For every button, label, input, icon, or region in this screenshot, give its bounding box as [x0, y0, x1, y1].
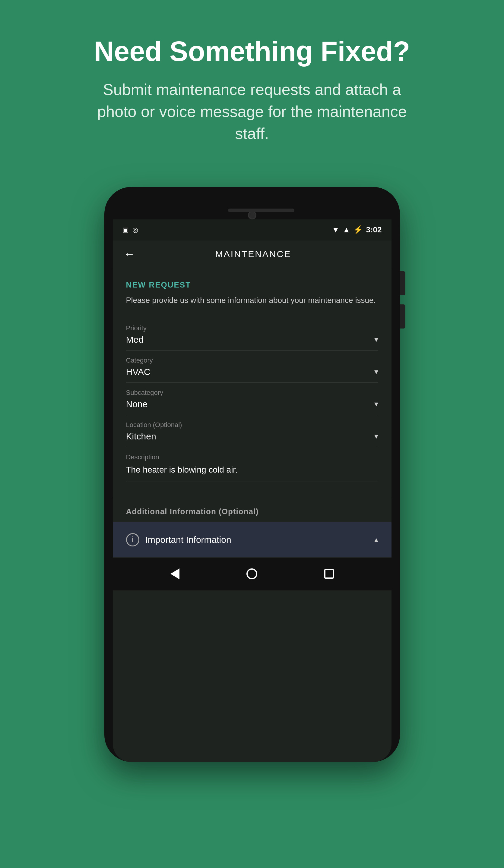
important-information-section[interactable]: i Important Information ▴ — [113, 522, 392, 557]
hero-title: Need Something Fixed? — [94, 36, 410, 66]
subcategory-chevron-icon: ▾ — [374, 399, 378, 409]
hero-subtitle: Submit maintenance requests and attach a… — [86, 79, 418, 144]
status-bar: ▣ ◎ ▼ ▲ ⚡ 3:02 — [113, 219, 392, 240]
important-chevron-icon: ▴ — [374, 535, 378, 544]
priority-value: Med — [126, 334, 143, 345]
additional-section: Additional Information (Optional) — [113, 497, 392, 516]
signal-icon: ▲ — [343, 225, 351, 235]
important-label: Important Information — [145, 535, 231, 545]
nav-home-button[interactable] — [246, 568, 257, 579]
location-label: Location (Optional) — [126, 421, 378, 429]
important-left: i Important Information — [126, 533, 231, 546]
clock: 3:02 — [366, 225, 382, 235]
bottom-nav-bar — [113, 557, 392, 590]
status-icons-right: ▼ ▲ ⚡ 3:02 — [332, 225, 382, 235]
subcategory-field[interactable]: Subcategory None ▾ — [126, 383, 378, 415]
phone-notch — [113, 195, 392, 219]
description-label: Description — [126, 453, 378, 461]
hero-section: Need Something Fixed? Submit maintenance… — [0, 0, 504, 169]
app-title: MAINTENANCE — [144, 249, 363, 259]
category-row: HVAC ▾ — [126, 367, 378, 377]
priority-label: Priority — [126, 324, 378, 332]
priority-field[interactable]: Priority Med ▾ — [126, 318, 378, 351]
circle-icon: ◎ — [132, 226, 138, 234]
description-value: The heater is blowing cold air. — [126, 464, 378, 476]
phone-device: ▣ ◎ ▼ ▲ ⚡ 3:02 ← MAINTENANCE NEW REQUEST… — [104, 187, 400, 762]
back-button[interactable]: ← — [124, 248, 135, 261]
new-request-title: NEW REQUEST — [126, 280, 378, 290]
category-value: HVAC — [126, 367, 151, 377]
priority-chevron-icon: ▾ — [374, 335, 378, 344]
subcategory-row: None ▾ — [126, 399, 378, 409]
location-chevron-icon: ▾ — [374, 432, 378, 441]
priority-row: Med ▾ — [126, 334, 378, 345]
form-content: NEW REQUEST Please provide us with some … — [113, 268, 392, 494]
category-field[interactable]: Category HVAC ▾ — [126, 351, 378, 383]
location-row: Kitchen ▾ — [126, 431, 378, 442]
speaker-grill — [228, 209, 294, 212]
category-label: Category — [126, 356, 378, 364]
volume-button — [400, 304, 405, 329]
phone-outer-shell: ▣ ◎ ▼ ▲ ⚡ 3:02 ← MAINTENANCE NEW REQUEST… — [104, 187, 400, 762]
location-value: Kitchen — [126, 431, 156, 442]
category-chevron-icon: ▾ — [374, 367, 378, 376]
info-icon: i — [126, 533, 139, 546]
power-button — [400, 271, 405, 296]
subcategory-label: Subcategory — [126, 389, 378, 397]
nav-back-button[interactable] — [170, 568, 180, 579]
wifi-icon: ▼ — [332, 225, 340, 235]
battery-icon: ⚡ — [353, 225, 363, 235]
additional-title: Additional Information (Optional) — [126, 507, 259, 516]
app-header: ← MAINTENANCE — [113, 240, 392, 268]
status-icons-left: ▣ ◎ — [122, 226, 138, 234]
camera-dot — [248, 211, 256, 219]
nav-recent-button[interactable] — [324, 569, 334, 579]
description-field[interactable]: Description The heater is blowing cold a… — [126, 447, 378, 482]
phone-screen: ▣ ◎ ▼ ▲ ⚡ 3:02 ← MAINTENANCE NEW REQUEST… — [113, 219, 392, 762]
section-description: Please provide us with some information … — [126, 294, 378, 306]
location-field[interactable]: Location (Optional) Kitchen ▾ — [126, 415, 378, 447]
sim-icon: ▣ — [122, 226, 129, 234]
subcategory-value: None — [126, 399, 148, 409]
